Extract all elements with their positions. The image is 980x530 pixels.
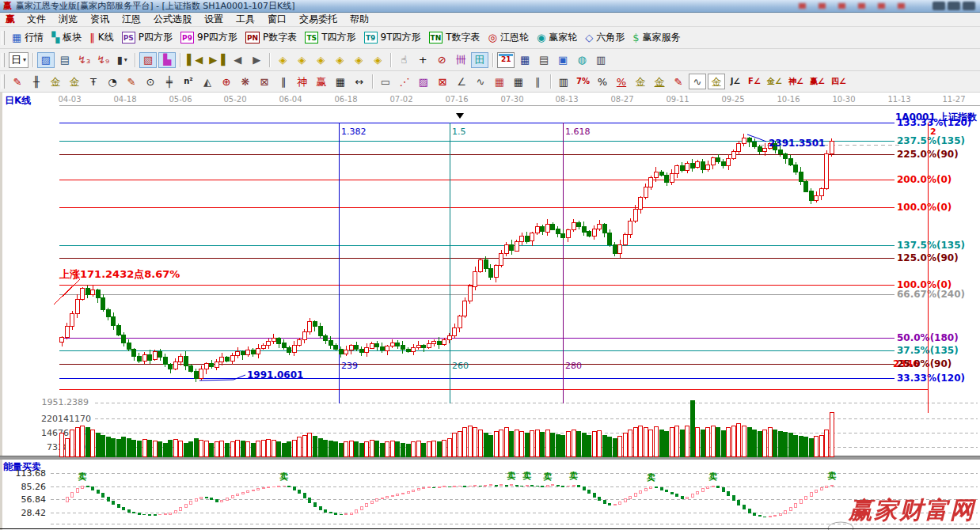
- gold-circle-tool[interactable]: 金: [632, 74, 649, 89]
- menu-item-浏览[interactable]: 浏览: [52, 13, 84, 26]
- window-controls[interactable]: [933, 2, 975, 10]
- fan-box-tool[interactable]: ▨: [415, 74, 432, 89]
- page-prev-tool[interactable]: ◀: [229, 52, 246, 68]
- zigzag-mode-tool[interactable]: ▨: [37, 52, 55, 68]
- candles-3-tool[interactable]: ↯₃: [75, 52, 93, 68]
- fan-lines-tool[interactable]: ⋰: [396, 74, 413, 89]
- wave-line-tool[interactable]: ∿: [472, 74, 489, 89]
- menu-item-公式选股[interactable]: 公式选股: [147, 13, 198, 26]
- kline-chart-area[interactable]: 04-0304-1805-0605-2006-0406-1807-0207-16…: [0, 93, 980, 530]
- gann-diamond-star-tool[interactable]: ◈: [350, 52, 367, 68]
- h-measure-tool[interactable]: ↔: [351, 74, 368, 89]
- toolbar-grip[interactable]: [2, 31, 5, 45]
- volume-profile-tool[interactable]: ▙: [158, 52, 176, 68]
- gold-box-red-tool[interactable]: 金: [708, 74, 725, 89]
- win-angle-tool[interactable]: 赢∠: [807, 74, 827, 89]
- shen-angle-tool[interactable]: 神∠: [786, 74, 806, 89]
- gann-diamond-left-tool[interactable]: ◈: [274, 52, 291, 68]
- jump-first-tool[interactable]: ▌◀: [184, 52, 205, 68]
- toolbar-grip[interactable]: [2, 53, 5, 67]
- clock-circle-tool[interactable]: ⊙: [142, 74, 159, 89]
- 9p-square-button[interactable]: P99P四方形: [177, 29, 241, 46]
- web-circle-tool[interactable]: ❋: [237, 74, 254, 89]
- box-fan-red-tool[interactable]: ⊠: [434, 74, 451, 89]
- menu-item-帮助[interactable]: 帮助: [344, 13, 375, 26]
- crosshair-tool[interactable]: +: [414, 52, 431, 68]
- grid-cross-tool[interactable]: ⊠: [256, 74, 273, 89]
- sectors-button[interactable]: ▚板块: [47, 29, 85, 46]
- scale-ruler-tool[interactable]: ▥: [555, 74, 572, 89]
- zoom-off-tool[interactable]: ⊘: [433, 52, 450, 68]
- gann-wheel-button[interactable]: ◎江恩轮: [484, 29, 533, 46]
- calculator-tool[interactable]: ▦: [516, 52, 534, 68]
- pencil-tool[interactable]: ✎: [9, 74, 26, 89]
- 9t-square-button[interactable]: T99T四方形: [360, 29, 425, 46]
- win-ruler-tool[interactable]: 赢: [313, 74, 330, 89]
- period-day-tool[interactable]: 日▾: [9, 52, 28, 68]
- f-ruler-tool[interactable]: Ŧ: [85, 74, 102, 89]
- hexagon-button[interactable]: ◇六角形: [581, 29, 629, 46]
- jump-last-tool[interactable]: ▶▐: [207, 52, 227, 68]
- pencil-angle-tool[interactable]: ✎: [123, 74, 140, 89]
- page-next-tool[interactable]: ▶: [248, 52, 265, 68]
- save-tool[interactable]: ▣: [554, 52, 572, 68]
- gann-diamond-right-tool[interactable]: ◈: [293, 52, 310, 68]
- p-number-table-button[interactable]: PNP数字表: [241, 29, 301, 46]
- gann-diamond-cross-tool[interactable]: ◈: [369, 52, 386, 68]
- gann-diamond-compress-tool[interactable]: ◈: [331, 52, 348, 68]
- mirror-angle-tool[interactable]: ◭: [199, 74, 216, 89]
- hatch-lines-tool[interactable]: ╫: [28, 74, 45, 89]
- hash-dense-tool[interactable]: ╪: [161, 74, 178, 89]
- pattern-box-tool[interactable]: ▧: [139, 52, 157, 68]
- winner-service-button[interactable]: $赢家服务: [629, 29, 684, 46]
- winner-wheel-button[interactable]: ◉赢家轮: [533, 29, 581, 46]
- menu-item-工具[interactable]: 工具: [230, 13, 261, 26]
- calendar-tool[interactable]: 21: [497, 52, 515, 68]
- f-angle-tool[interactable]: F∠: [746, 74, 763, 89]
- p-square-button[interactable]: PSP四方形: [118, 29, 177, 46]
- parallel-lines-tool[interactable]: ∥: [529, 74, 546, 89]
- brush-gold-tool[interactable]: ✎: [670, 74, 687, 89]
- percent-7-tool[interactable]: 7%: [574, 74, 592, 89]
- t-square-button[interactable]: TST四方形: [301, 29, 359, 46]
- candle-style-tool[interactable]: ▮▾: [113, 52, 131, 68]
- double-tick-tool[interactable]: ∥: [275, 74, 292, 89]
- info-board-tool[interactable]: ▤: [56, 52, 74, 68]
- gold-angle-tool[interactable]: 金∠: [765, 74, 784, 89]
- grid-red-tool[interactable]: ▦: [491, 74, 508, 89]
- export-tool[interactable]: ◍: [573, 52, 591, 68]
- t-number-table-button[interactable]: TNT数字表: [425, 29, 484, 46]
- notes-tool[interactable]: ▤: [535, 52, 553, 68]
- quotes-button[interactable]: ▦行情: [8, 29, 47, 46]
- percent-line-tool[interactable]: %: [613, 74, 630, 89]
- menu-item-设置[interactable]: 设置: [198, 13, 230, 26]
- menu-item-江恩[interactable]: 江恩: [116, 13, 147, 26]
- angle-line-tool[interactable]: ∠: [453, 74, 470, 89]
- spiral-tool[interactable]: ◔: [104, 74, 121, 89]
- n-squared-tool[interactable]: n²: [180, 74, 197, 89]
- candles-9-tool[interactable]: ↯₉: [94, 52, 112, 68]
- j-angle-tool[interactable]: J∠: [727, 74, 744, 89]
- menu-item-资讯[interactable]: 资讯: [84, 13, 116, 26]
- four-angle-tool[interactable]: 四∠: [829, 74, 849, 89]
- toolbar-grip[interactable]: [2, 74, 5, 89]
- shen-ruler-tool[interactable]: 神: [294, 74, 311, 89]
- drag-hand-tool[interactable]: ☝: [395, 52, 412, 68]
- kline-button[interactable]: ‖K线: [85, 29, 117, 46]
- gold-line-tool[interactable]: 金: [651, 74, 668, 89]
- box-select-tool[interactable]: ▭: [377, 74, 394, 89]
- menu-item-交易委托[interactable]: 交易委托: [293, 13, 344, 26]
- menu-item-窗口[interactable]: 窗口: [261, 13, 293, 26]
- gold-grid-2-tool[interactable]: 金: [66, 74, 83, 89]
- gann-grid-teal-tool[interactable]: 田: [471, 52, 488, 68]
- menu-item-文件[interactable]: 文件: [21, 13, 52, 26]
- print-tool[interactable]: ▥: [592, 52, 610, 68]
- percent-tool[interactable]: %: [594, 74, 611, 89]
- gann-diamond-expand-tool[interactable]: ◈: [312, 52, 329, 68]
- gann-grid-purple-tool[interactable]: 卌: [452, 52, 469, 68]
- compass-cross-tool[interactable]: ⊕: [218, 74, 235, 89]
- gold-grid-1-tool[interactable]: 金: [47, 74, 64, 89]
- grid-dark-tool[interactable]: ▦: [510, 74, 527, 89]
- ruler-123-tool[interactable]: ▦: [332, 74, 349, 89]
- wave-box-tool[interactable]: ∿: [689, 74, 706, 89]
